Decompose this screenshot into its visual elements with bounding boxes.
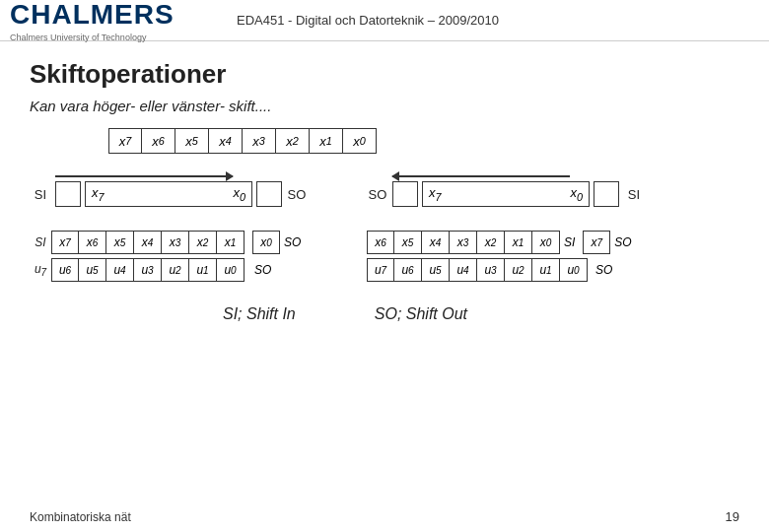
right-reg-box: x7 x0 (422, 181, 590, 207)
left-reg-x7: x7 (92, 185, 105, 203)
shift-diagrams: SI x7 x0 SO SI x7 x6 x5 x4 x3 x2 (30, 175, 739, 282)
detail-x2: x2 (189, 231, 217, 254)
left-reg-x0: x0 (233, 185, 245, 203)
detail-so-label-left: SO (284, 235, 301, 249)
so-box-left (256, 181, 282, 207)
r-si-label: SI (564, 235, 575, 249)
header: CHALMERS Chalmers University of Technolo… (0, 0, 769, 41)
detail-u4: u4 (106, 258, 134, 282)
footer-page-number: 19 (726, 509, 739, 524)
r-detail-u7: u7 (367, 258, 394, 282)
bit-x1: x1 (310, 128, 343, 154)
university-label: Chalmers University of Technology (10, 33, 207, 42)
left-detail: SI x7 x6 x5 x4 x3 x2 x1 x0 SO u7 u6 u5 u… (30, 225, 301, 282)
r-detail-u6: u6 (394, 258, 422, 282)
so-bottom-label: SO; Shift Out (375, 305, 467, 323)
detail-x7: x7 (51, 231, 79, 254)
bit-x3: x3 (243, 128, 276, 154)
right-reg-x0: x0 (570, 185, 583, 203)
r-detail-u3: u3 (477, 258, 505, 282)
r-detail-x3: x3 (450, 231, 477, 254)
detail-u6: u6 (51, 258, 79, 282)
left-register-row: SI x7 x0 SO (30, 181, 308, 207)
so-label-left: SO (286, 187, 308, 202)
r-so-label: SO (614, 235, 631, 249)
bit-x6: x6 (142, 128, 175, 154)
right-detail: x6 x5 x4 x3 x2 x1 x0 SI x7 SO u7 u6 u5 u… (367, 225, 632, 282)
course-subtitle: EDA451 - Digital och Datorteknik – 2009/… (237, 13, 499, 28)
r-detail-x2: x2 (477, 231, 505, 254)
left-reg-box: x7 x0 (85, 181, 252, 207)
si-box-right (594, 181, 619, 207)
right-shift-diagram: SO x7 x0 SI x6 x5 x4 x3 x2 x1 x0 (367, 175, 645, 282)
r-detail-x1: x1 (505, 231, 532, 254)
detail-si-label: SI (30, 235, 51, 249)
r-detail-x6: x6 (367, 231, 394, 254)
detail-u3: u3 (134, 258, 162, 282)
detail-x0: x0 (252, 231, 280, 254)
si-label-left: SI (30, 187, 51, 202)
page-subtitle: Kan vara höger- eller vänster- skift.... (30, 98, 739, 114)
r-detail-u4: u4 (450, 258, 477, 282)
r-detail-u2: u2 (505, 258, 532, 282)
main-content: Skiftoperationer Kan vara höger- eller v… (0, 41, 769, 333)
detail-x6: x6 (79, 231, 106, 254)
r-detail-u5: u5 (422, 258, 450, 282)
detail-u5: u5 (79, 258, 106, 282)
si-label-right: SI (623, 187, 645, 202)
right-register-row: SO x7 x0 SI (367, 181, 645, 207)
si-box-left (55, 181, 81, 207)
footer-left-label: Kombinatoriska nät (30, 510, 131, 524)
left-shift-diagram: SI x7 x0 SO SI x7 x6 x5 x4 x3 x2 (30, 175, 308, 282)
detail-x4: x4 (134, 231, 162, 254)
page-title: Skiftoperationer (30, 59, 739, 90)
detail-x1: x1 (217, 231, 245, 254)
footer: Kombinatoriska nät 19 (30, 509, 739, 524)
r-so-val: SO (595, 263, 612, 277)
r-detail-x7: x7 (583, 231, 610, 254)
detail-x3: x3 (162, 231, 189, 254)
detail-u1: u1 (189, 258, 217, 282)
right-reg-x7: x7 (429, 185, 442, 203)
r-detail-x0: x0 (532, 231, 560, 254)
chalmers-logo: CHALMERS (10, 0, 207, 31)
so-box-right (392, 181, 418, 207)
detail-u0-left: u0 (217, 258, 245, 282)
detail-u7-label: u7 (30, 262, 51, 278)
detail-x5: x5 (106, 231, 134, 254)
r-detail-x4: x4 (422, 231, 450, 254)
si-bottom-label: SI; Shift In (223, 305, 296, 323)
bit-x7: x7 (108, 128, 142, 154)
r-detail-x5: x5 (394, 231, 422, 254)
bit-x4: x4 (209, 128, 243, 154)
r-detail-u0: u0 (560, 258, 588, 282)
detail-so-val: SO (254, 263, 271, 277)
r-detail-u1: u1 (532, 258, 560, 282)
bottom-labels: SI; Shift In SO; Shift Out (0, 305, 739, 323)
so-label-right: SO (367, 187, 388, 202)
bit-array: x7 x6 x5 x4 x3 x2 x1 x0 (108, 128, 739, 154)
detail-u2: u2 (162, 258, 189, 282)
bit-x5: x5 (175, 128, 209, 154)
bit-x2: x2 (276, 128, 310, 154)
bit-x0: x0 (343, 128, 377, 154)
